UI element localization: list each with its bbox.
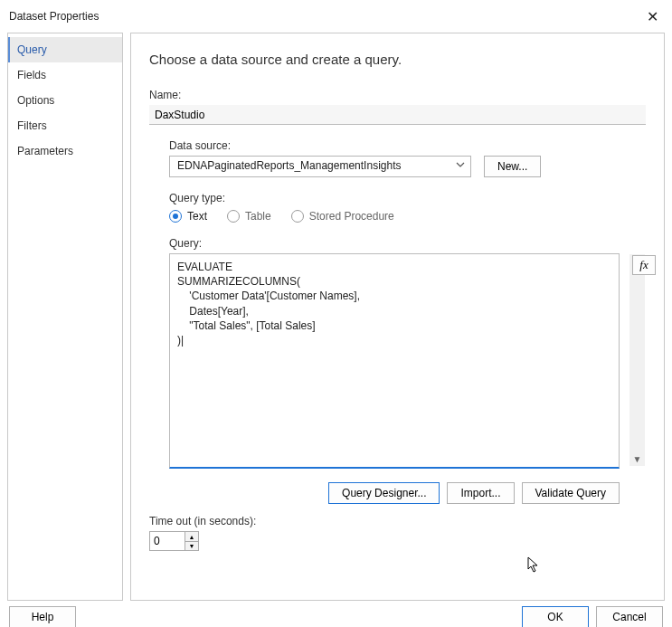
- scroll-down-icon: ▼: [633, 452, 642, 466]
- name-label: Name:: [149, 89, 646, 101]
- timeout-row: Time out (in seconds): ▲ ▼: [149, 515, 646, 551]
- radio-table[interactable]: Table: [227, 210, 271, 223]
- sidebar-item-options[interactable]: Options: [8, 88, 122, 113]
- sidebar-item-label: Parameters: [17, 145, 73, 157]
- sidebar-item-fields[interactable]: Fields: [8, 62, 122, 88]
- spinner-down-icon[interactable]: ▼: [185, 541, 198, 550]
- sidebar-item-label: Fields: [17, 69, 46, 81]
- page-heading: Choose a data source and create a query.: [149, 52, 646, 67]
- query-row: Query: ▲ ▼ fx: [169, 237, 646, 471]
- radio-icon: [227, 210, 240, 223]
- querytype-label: Query type:: [169, 192, 646, 204]
- radio-icon: [169, 210, 182, 223]
- dialog-body: Query Fields Options Filters Parameters …: [0, 33, 672, 601]
- radio-label: Text: [187, 210, 207, 223]
- radio-text[interactable]: Text: [169, 210, 207, 223]
- timeout-label: Time out (in seconds):: [149, 515, 646, 527]
- sidebar-item-label: Options: [17, 94, 54, 107]
- timeout-input[interactable]: [150, 532, 185, 550]
- titlebar: Dataset Properties ✕: [0, 0, 672, 33]
- query-textarea[interactable]: [169, 253, 620, 469]
- datasource-value: EDNAPaginatedReports_ManagementInsights: [169, 156, 471, 177]
- datasource-label: Data source:: [169, 139, 646, 152]
- datasource-row: Data source: EDNAPaginatedReports_Manage…: [169, 139, 646, 177]
- fx-button[interactable]: fx: [632, 255, 656, 275]
- cancel-button[interactable]: Cancel: [596, 606, 663, 627]
- spinner-up-icon[interactable]: ▲: [185, 532, 198, 541]
- name-input[interactable]: [149, 105, 646, 125]
- sidebar-item-parameters[interactable]: Parameters: [8, 138, 122, 164]
- main-panel: Choose a data source and create a query.…: [130, 33, 665, 601]
- query-label: Query:: [169, 237, 646, 250]
- radio-label: Stored Procedure: [309, 210, 394, 223]
- timeout-spinner[interactable]: ▲ ▼: [149, 531, 199, 551]
- sidebar-item-label: Query: [17, 43, 47, 56]
- close-icon[interactable]: ✕: [641, 5, 663, 27]
- querytype-row: Query type: Text Table Stored Procedure: [169, 192, 646, 223]
- radio-label: Table: [245, 210, 271, 223]
- radio-stored-procedure[interactable]: Stored Procedure: [291, 210, 394, 223]
- window-title: Dataset Properties: [9, 10, 99, 23]
- cursor-icon: [527, 556, 544, 575]
- new-datasource-button[interactable]: New...: [484, 156, 541, 177]
- ok-button[interactable]: OK: [522, 606, 589, 627]
- dialog-footer: Help OK Cancel: [0, 601, 672, 627]
- help-button[interactable]: Help: [9, 606, 76, 627]
- scrollbar[interactable]: ▲ ▼: [629, 254, 645, 466]
- datasource-select[interactable]: EDNAPaginatedReports_ManagementInsights: [169, 156, 471, 177]
- sidebar-item-label: Filters: [17, 119, 47, 132]
- query-actions: Query Designer... Import... Validate Que…: [169, 482, 620, 504]
- sidebar-item-query[interactable]: Query: [8, 37, 122, 62]
- nav-sidebar: Query Fields Options Filters Parameters: [7, 33, 123, 601]
- sidebar-item-filters[interactable]: Filters: [8, 113, 122, 138]
- import-button[interactable]: Import...: [447, 482, 514, 504]
- name-row: Name:: [149, 89, 646, 125]
- query-designer-button[interactable]: Query Designer...: [328, 482, 440, 504]
- validate-query-button[interactable]: Validate Query: [522, 482, 620, 504]
- radio-icon: [291, 210, 304, 223]
